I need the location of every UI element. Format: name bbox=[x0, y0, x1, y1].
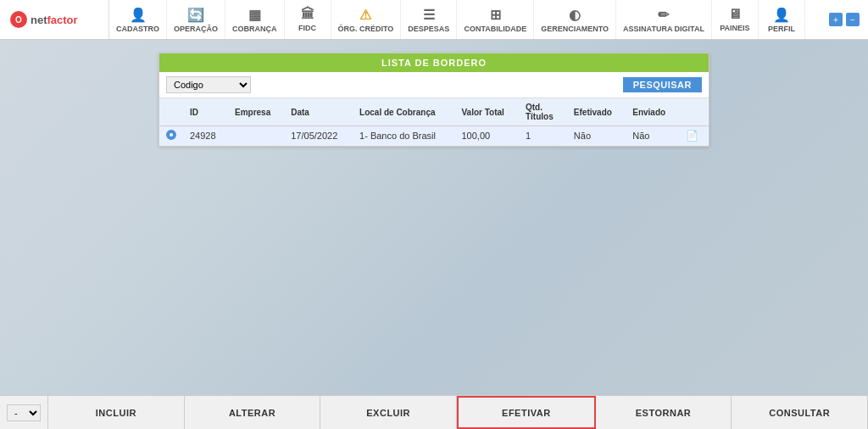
row-data: 17/05/2022 bbox=[284, 126, 353, 146]
bordero-table-container: LISTA DE BORDERO Codigo Empresa Data PES… bbox=[159, 53, 709, 147]
nav-label-perfil: PERFIL bbox=[768, 25, 795, 33]
nav-item-perfil[interactable]: 👤 PERFIL bbox=[759, 0, 805, 39]
row-id: 24928 bbox=[183, 126, 228, 146]
remove-button[interactable]: − bbox=[846, 13, 860, 26]
nav-label-org-credito: ÓRG. CRÉDITO bbox=[338, 25, 394, 33]
col-efetivado: Efetivado bbox=[567, 98, 626, 126]
assinatura-icon: ✏ bbox=[658, 7, 669, 23]
radio-selected-icon bbox=[166, 130, 176, 140]
logo-text: netfactor bbox=[31, 14, 78, 26]
nav-label-cobranca: COBRANÇA bbox=[232, 25, 277, 33]
gerenciamento-icon: ◐ bbox=[569, 7, 581, 23]
estornar-button[interactable]: ESTORNAR bbox=[596, 396, 732, 429]
cobranca-icon: ▦ bbox=[248, 7, 261, 23]
nav-label-gerenciamento: GERENCIAMENTO bbox=[541, 25, 609, 33]
logo-area: O netfactor bbox=[3, 0, 109, 39]
nav-item-paineis[interactable]: 🖥 PAINEIS bbox=[712, 0, 759, 39]
filter-select[interactable]: Codigo Empresa Data bbox=[166, 76, 251, 93]
nav-label-assinatura-digital: ASSINATURA DIGITAL bbox=[623, 25, 704, 33]
bordero-table: ID Empresa Data Local de Cobrança Valor … bbox=[159, 98, 709, 146]
nav-label-operacao: OPERAÇÃO bbox=[174, 25, 218, 33]
nav-label-cadastro: CADASTRO bbox=[116, 25, 159, 33]
nav-item-despesas[interactable]: ☰ DESPESAS bbox=[401, 0, 457, 39]
alterar-button[interactable]: ALTERAR bbox=[185, 396, 321, 429]
header: O netfactor 👤 CADASTRO 🔄 OPERAÇÃO ▦ COBR… bbox=[0, 0, 868, 40]
bottom-actions: INCLUIR ALTERAR EXCLUIR EFETIVAR ESTORNA… bbox=[48, 396, 868, 429]
nav-bar: 👤 CADASTRO 🔄 OPERAÇÃO ▦ COBRANÇA 🏛 FIDC … bbox=[109, 0, 829, 39]
col-empresa: Empresa bbox=[228, 98, 284, 126]
consultar-button[interactable]: CONSULTAR bbox=[732, 396, 868, 429]
nav-label-contabilidade: CONTABILIDADE bbox=[464, 25, 526, 33]
row-file-action[interactable]: 📄 bbox=[679, 126, 709, 146]
table-toolbar: Codigo Empresa Data PESQUISAR bbox=[159, 72, 709, 98]
nav-item-assinatura-digital[interactable]: ✏ ASSINATURA DIGITAL bbox=[616, 0, 712, 39]
header-actions: + − bbox=[829, 13, 865, 26]
table-row[interactable]: 24928 17/05/2022 1- Banco do Brasil 100,… bbox=[159, 126, 709, 146]
nav-item-fidc[interactable]: 🏛 FIDC bbox=[285, 0, 331, 39]
search-button[interactable]: PESQUISAR bbox=[623, 77, 702, 92]
nav-item-cobranca[interactable]: ▦ COBRANÇA bbox=[225, 0, 285, 39]
add-button[interactable]: + bbox=[829, 13, 843, 26]
col-valor-total: Valor Total bbox=[454, 98, 519, 126]
col-data: Data bbox=[284, 98, 353, 126]
efetivar-label: EFETIVAR bbox=[502, 408, 551, 418]
paineis-icon: 🖥 bbox=[728, 7, 742, 22]
fidc-icon: 🏛 bbox=[301, 7, 314, 22]
row-efetivado: Não bbox=[567, 126, 626, 146]
col-local-cobranca: Local de Cobrança bbox=[353, 98, 454, 126]
main-content: LISTA DE BORDERO Codigo Empresa Data PES… bbox=[0, 40, 868, 159]
estornar-label: ESTORNAR bbox=[636, 408, 692, 418]
page-select[interactable]: - bbox=[7, 404, 41, 421]
excluir-button[interactable]: EXCLUIR bbox=[320, 396, 457, 429]
consultar-label: CONSULTAR bbox=[769, 408, 830, 418]
alterar-label: ALTERAR bbox=[229, 408, 275, 418]
org-credito-icon: ⚠ bbox=[359, 7, 371, 23]
nav-label-fidc: FIDC bbox=[298, 24, 316, 32]
col-qtd-titulos: Qtd. Títulos bbox=[519, 98, 567, 126]
operacao-icon: 🔄 bbox=[187, 7, 204, 23]
col-id: ID bbox=[183, 98, 228, 126]
col-radio bbox=[159, 98, 183, 126]
perfil-icon: 👤 bbox=[773, 7, 790, 23]
incluir-button[interactable]: INCLUIR bbox=[48, 396, 185, 429]
row-enviado: Não bbox=[626, 126, 678, 146]
nav-item-org-credito[interactable]: ⚠ ÓRG. CRÉDITO bbox=[331, 0, 402, 39]
efetivar-button[interactable]: EFETIVAR bbox=[457, 396, 596, 429]
row-qtd-titulos: 1 bbox=[519, 126, 567, 146]
nav-label-paineis: PAINEIS bbox=[720, 24, 749, 32]
despesas-icon: ☰ bbox=[423, 7, 435, 23]
nav-item-cadastro[interactable]: 👤 CADASTRO bbox=[109, 0, 167, 39]
row-local-cobranca: 1- Banco do Brasil bbox=[353, 126, 454, 146]
nav-label-despesas: DESPESAS bbox=[408, 25, 449, 33]
logo-icon: O bbox=[10, 11, 27, 28]
row-valor-total: 100,00 bbox=[454, 126, 519, 146]
table-title: LISTA DE BORDERO bbox=[159, 53, 709, 72]
table-header-row: ID Empresa Data Local de Cobrança Valor … bbox=[159, 98, 709, 126]
row-empresa bbox=[228, 126, 284, 146]
incluir-label: INCLUIR bbox=[96, 408, 136, 418]
col-action bbox=[679, 98, 709, 126]
nav-item-operacao[interactable]: 🔄 OPERAÇÃO bbox=[167, 0, 225, 39]
nav-item-contabilidade[interactable]: ⊞ CONTABILIDADE bbox=[457, 0, 534, 39]
bottom-bar: - INCLUIR ALTERAR EXCLUIR EFETIVAR ESTOR… bbox=[0, 395, 868, 429]
bottom-select-area: - bbox=[0, 396, 48, 429]
file-icon[interactable]: 📄 bbox=[686, 130, 698, 142]
row-radio[interactable] bbox=[159, 126, 183, 146]
cadastro-icon: 👤 bbox=[130, 7, 147, 23]
col-enviado: Enviado bbox=[626, 98, 678, 126]
nav-item-gerenciamento[interactable]: ◐ GERENCIAMENTO bbox=[534, 0, 616, 39]
excluir-label: EXCLUIR bbox=[366, 408, 410, 418]
contabilidade-icon: ⊞ bbox=[490, 7, 501, 23]
